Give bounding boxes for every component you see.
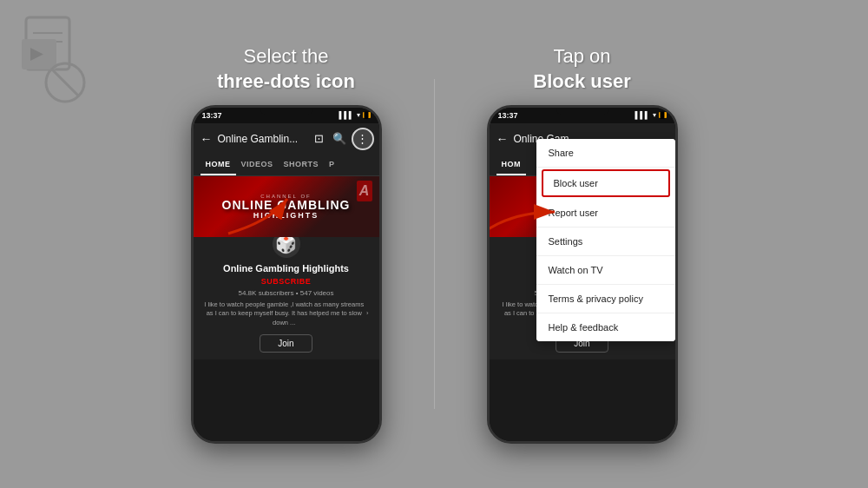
tab-more[interactable]: P <box>324 155 340 175</box>
wifi-icon: ▾ <box>357 111 360 119</box>
tab-shorts[interactable]: SHORTS <box>279 155 325 175</box>
channel-name: Online Gambling Highlights <box>223 263 349 274</box>
right-title-line2: Block user <box>533 70 631 92</box>
right-title-line1: Tap on <box>553 45 610 67</box>
three-dots-button[interactable]: ⋮ <box>353 129 372 148</box>
status-icons-right: ▌▌▌ ▾ █ <box>635 111 667 119</box>
arrow-annotation-left <box>220 186 298 241</box>
phone-right: 13:37 ▌▌▌ ▾ █ ← Online Gam HOM <box>487 105 678 444</box>
subscribe-button[interactable]: SUBSCRIBE <box>261 277 312 286</box>
decorative-icons <box>9 9 113 116</box>
left-title-line1: Select the <box>244 45 329 67</box>
tabs-left: HOME VIDEOS SHORTS P <box>194 155 379 176</box>
banner-card: A <box>357 181 372 201</box>
status-time-right: 13:37 <box>498 111 518 120</box>
channel-desc: I like to watch people gamble ,I watch a… <box>201 300 372 328</box>
tab-videos[interactable]: VIDEOS <box>236 155 279 175</box>
phone-notch-right <box>556 108 608 115</box>
divider <box>434 79 435 409</box>
signal-icon-right: ▌▌▌ <box>635 111 650 119</box>
phone-left: 13:37 ▌▌▌ ▾ █ ← Online Gamblin... ⊡ 🔍 <box>191 105 382 444</box>
three-dots-icon: ⋮ <box>357 133 368 144</box>
status-time-left: 13:37 <box>202 111 222 120</box>
search-icon: 🔍 <box>331 130 348 147</box>
phone-screen-left: 13:37 ▌▌▌ ▾ █ ← Online Gamblin... ⊡ 🔍 <box>194 108 379 441</box>
back-icon-left: ← <box>201 132 213 146</box>
channel-info-left: 🎲 Online Gambling Highlights SUBSCRIBE 5… <box>194 237 379 360</box>
dropdown-share[interactable]: Share <box>536 139 675 168</box>
cast-icon: ⊡ <box>312 130 326 147</box>
status-icons-left: ▌▌▌ ▾ █ <box>339 111 371 119</box>
battery-icon-right: █ <box>659 112 667 118</box>
signal-icon: ▌▌▌ <box>339 111 354 119</box>
tab-home[interactable]: HOME <box>201 155 236 175</box>
app-bar-left: ← Online Gamblin... ⊡ 🔍 ⋮ <box>194 123 379 155</box>
dropdown-watch-tv[interactable]: Watch on TV <box>536 256 675 285</box>
dropdown-terms[interactable]: Terms & privacy policy <box>536 285 675 313</box>
tab-home-right[interactable]: HOM <box>496 155 527 175</box>
battery-icon: █ <box>363 112 371 118</box>
channel-desc-text: I like to watch people gamble ,I watch a… <box>204 300 365 328</box>
left-title-line2: three-dots icon <box>217 70 355 92</box>
left-panel: Select the three-dots icon 13:37 ▌▌▌ ▾ █ <box>191 44 382 443</box>
dropdown-help[interactable]: Help & feedback <box>536 313 675 341</box>
arrow-annotation-right <box>487 186 568 250</box>
channel-stats: 54.8K subscribers • 547 videos <box>239 289 334 297</box>
chevron-right-icon: › <box>366 309 369 319</box>
app-bar-title-left: Online Gamblin... <box>218 133 307 145</box>
wifi-icon-right: ▾ <box>653 111 656 119</box>
main-layout: Select the three-dots icon 13:37 ▌▌▌ ▾ █ <box>174 27 695 460</box>
app-bar-icons-left: ⊡ 🔍 ⋮ <box>312 129 372 148</box>
right-panel-title: Tap on Block user <box>533 44 631 94</box>
back-icon-right: ← <box>496 132 509 146</box>
svg-line-7 <box>51 69 79 96</box>
right-panel: Tap on Block user 13:37 ▌▌▌ ▾ █ ← <box>487 44 678 443</box>
phone-notch-left <box>260 108 312 115</box>
join-button[interactable]: Join <box>260 334 312 353</box>
left-panel-title: Select the three-dots icon <box>217 44 355 94</box>
